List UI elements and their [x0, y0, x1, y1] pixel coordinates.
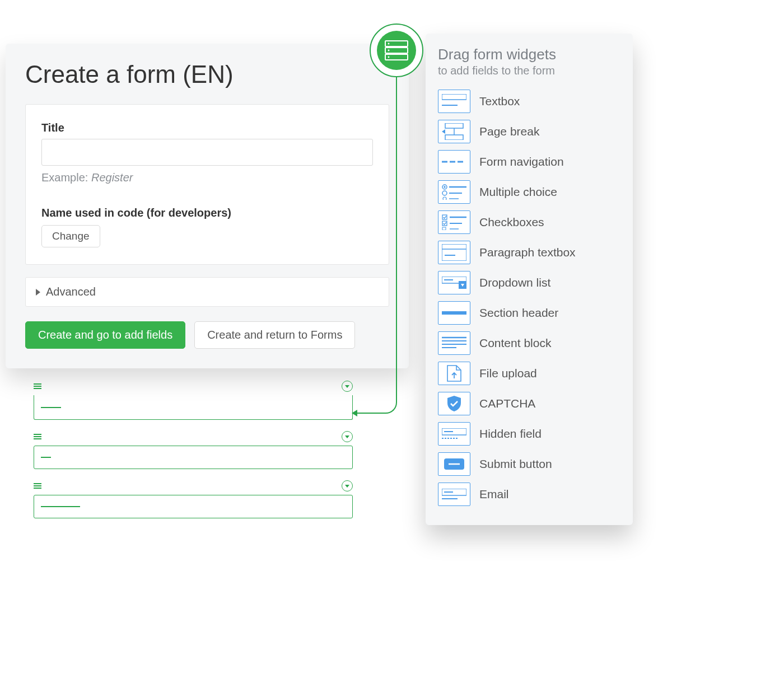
widget-dropdown-list[interactable]: Dropdown list: [438, 268, 620, 298]
svg-rect-24: [442, 221, 447, 226]
title-label: Title: [41, 121, 373, 134]
svg-rect-35: [442, 311, 466, 315]
widgets-panel: Drag form widgets to add fields to the f…: [426, 34, 633, 525]
create-form-panel: Create a form (EN) Title Example: Regist…: [6, 44, 409, 368]
svg-point-16: [444, 186, 445, 188]
drag-handle-icon: [34, 434, 41, 439]
email-icon: [438, 483, 470, 506]
widget-label: Section header: [479, 306, 558, 320]
change-codename-button[interactable]: Change: [41, 225, 100, 247]
widget-label: Dropdown list: [479, 276, 550, 289]
widget-captcha[interactable]: CAPTCHA: [438, 388, 620, 419]
create-goto-fields-button[interactable]: Create and go to add fields: [25, 321, 185, 349]
dropdown-list-icon: [438, 271, 470, 294]
file-upload-icon: [438, 362, 470, 385]
action-row: Create and go to add fields Create and r…: [25, 321, 389, 349]
field-menu-icon: [342, 381, 353, 392]
hidden-field-icon: [438, 422, 470, 446]
helper-prefix: Example:: [41, 171, 91, 184]
dropped-field-placeholder: [34, 395, 353, 420]
widget-paragraph-textbox[interactable]: Paragraph textbox: [438, 237, 620, 268]
widget-label: Hidden field: [479, 427, 542, 441]
drag-handle-icon: [34, 383, 41, 389]
widget-label: Submit button: [479, 457, 552, 471]
title-helper: Example: Register: [41, 171, 373, 184]
svg-point-3: [388, 43, 390, 45]
svg-rect-8: [445, 123, 463, 128]
widget-section-header[interactable]: Section header: [438, 298, 620, 328]
textbox-icon: [438, 90, 470, 113]
widget-content-block[interactable]: Content block: [438, 328, 620, 358]
form-stack-icon: [385, 40, 408, 60]
widget-label: Multiple choice: [479, 185, 557, 199]
form-meta-card: Title Example: Register Name used in cod…: [25, 104, 389, 265]
widget-label: Form navigation: [479, 155, 564, 168]
captcha-icon: [438, 392, 470, 415]
form-builder-badge: [370, 24, 423, 77]
dropped-field-placeholder: [34, 446, 353, 469]
svg-rect-26: [442, 227, 446, 230]
widgets-subtitle: to add fields to the form: [438, 64, 620, 77]
widget-form-navigation[interactable]: Form navigation: [438, 147, 620, 177]
multiple-choice-icon: [438, 180, 470, 204]
section-header-icon: [438, 301, 470, 325]
widget-label: Textbox: [479, 95, 520, 108]
drag-handle-icon: [34, 483, 41, 489]
widget-label: Paragraph textbox: [479, 246, 576, 259]
svg-point-18: [442, 191, 447, 195]
content-block-icon: [438, 331, 470, 355]
widget-label: Email: [479, 488, 509, 501]
connector-arrow-icon: [352, 410, 357, 416]
page-break-icon: [438, 120, 470, 143]
widget-file-upload[interactable]: File upload: [438, 358, 620, 388]
widget-label: Checkboxes: [479, 216, 544, 229]
checkboxes-icon: [438, 210, 470, 234]
svg-rect-22: [442, 215, 447, 219]
widget-label: File upload: [479, 367, 537, 380]
codename-label: Name used in code (for developers): [41, 207, 373, 219]
svg-point-5: [388, 57, 390, 58]
dropped-field-placeholder: [34, 495, 353, 518]
helper-example: Register: [91, 171, 133, 184]
field-menu-icon: [342, 480, 353, 491]
widget-email[interactable]: Email: [438, 479, 620, 509]
widget-textbox[interactable]: Textbox: [438, 86, 620, 116]
title-input[interactable]: [41, 139, 373, 166]
svg-rect-9: [445, 135, 463, 140]
widget-page-break[interactable]: Page break: [438, 116, 620, 147]
widget-hidden-field[interactable]: Hidden field: [438, 419, 620, 449]
widget-multiple-choice[interactable]: Multiple choice: [438, 177, 620, 207]
connector-elbow: [357, 400, 397, 414]
svg-marker-10: [442, 129, 445, 134]
widget-label: Page break: [479, 125, 539, 138]
advanced-toggle[interactable]: Advanced: [25, 277, 389, 307]
field-menu-icon: [342, 431, 353, 442]
submit-button-icon: [438, 452, 470, 476]
drop-target-illustration: [34, 381, 353, 530]
widget-label: Content block: [479, 336, 551, 350]
svg-point-20: [443, 197, 446, 200]
widget-label: CAPTCHA: [479, 397, 535, 410]
paragraph-textbox-icon: [438, 241, 470, 264]
connector-line: [396, 77, 397, 402]
form-navigation-icon: [438, 150, 470, 174]
widgets-title: Drag form widgets: [438, 46, 620, 63]
widget-checkboxes[interactable]: Checkboxes: [438, 207, 620, 237]
svg-rect-28: [442, 244, 466, 261]
caret-right-icon: [36, 289, 40, 296]
page-title: Create a form (EN): [25, 60, 389, 88]
svg-rect-6: [442, 94, 466, 100]
advanced-label: Advanced: [46, 285, 96, 298]
create-return-button[interactable]: Create and return to Forms: [194, 321, 355, 349]
svg-point-4: [388, 50, 390, 51]
widget-submit-button[interactable]: Submit button: [438, 449, 620, 479]
